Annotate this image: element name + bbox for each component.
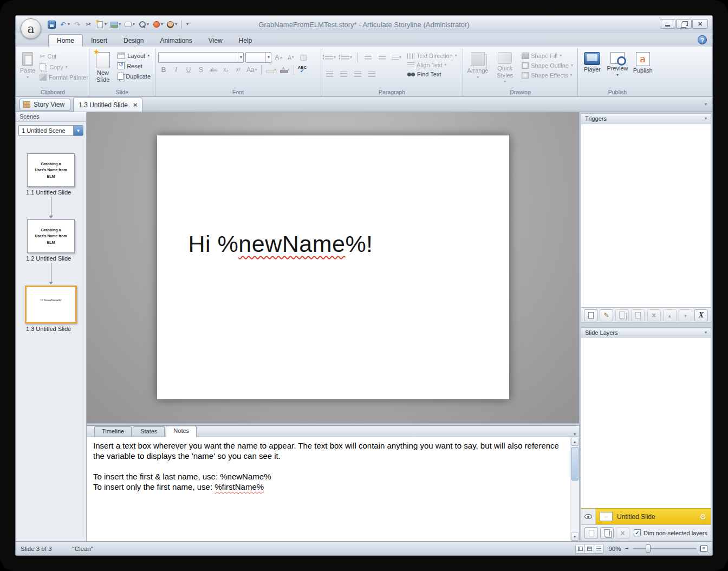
minimize-button[interactable] <box>660 19 675 29</box>
new-trigger-button[interactable] <box>584 309 597 321</box>
tab-states[interactable]: States <box>133 426 165 437</box>
insert-caption-button[interactable] <box>123 20 135 30</box>
save-button[interactable] <box>47 20 56 30</box>
move-trigger-up-button[interactable] <box>663 309 677 321</box>
preview-button[interactable]: Preview <box>606 50 629 88</box>
shape-effects-button[interactable]: Shape Effects <box>520 72 575 79</box>
slide[interactable]: Hi %newName%! <box>157 135 509 399</box>
spelling-button[interactable]: ABC <box>297 64 308 75</box>
slide-thumbnail-1-1[interactable]: Grabbing a User's Name from ELM <box>27 153 75 187</box>
story-view-button[interactable]: Story View <box>20 99 70 111</box>
move-trigger-down-button[interactable] <box>679 309 692 321</box>
redo-button[interactable] <box>73 20 82 30</box>
delete-layer-button[interactable] <box>616 527 629 539</box>
restore-button[interactable] <box>676 19 692 29</box>
format-painter-button[interactable]: Format Painter <box>38 73 90 81</box>
layout-button[interactable]: Layout <box>116 52 152 60</box>
new-slide-button[interactable]: New Slide <box>92 50 114 88</box>
align-text-button[interactable]: Align Text <box>406 61 459 69</box>
paste-button[interactable]: Paste <box>20 50 36 88</box>
help-icon[interactable] <box>698 35 707 44</box>
notes-scrollbar[interactable]: ▲ ▼ <box>570 437 579 541</box>
panel-collapse-button[interactable] <box>574 428 576 438</box>
shadow-button[interactable]: S <box>196 64 206 75</box>
cut-quick-button[interactable] <box>84 20 93 30</box>
tab-design[interactable]: Design <box>115 35 152 47</box>
reading-view-toggle[interactable] <box>594 544 603 553</box>
scene-select[interactable]: 1 Untitled Scene <box>18 125 83 136</box>
story-view-toggle[interactable] <box>576 544 585 553</box>
align-center-button[interactable] <box>338 69 349 79</box>
bold-button[interactable]: B <box>158 64 169 75</box>
subscript-button[interactable]: x₂ <box>220 64 231 75</box>
highlight-color-button[interactable] <box>264 64 277 75</box>
publish-button[interactable]: a Publish <box>631 50 654 88</box>
scene-dropdown-icon[interactable] <box>73 126 83 135</box>
zoom-slider-handle[interactable] <box>646 544 651 553</box>
underline-button[interactable]: U <box>183 64 194 75</box>
insert-picture-button[interactable] <box>109 20 121 30</box>
duplicate-button[interactable]: Duplicate <box>116 72 152 80</box>
find-text-button[interactable]: Find Text <box>406 70 459 78</box>
cut-button[interactable]: Cut <box>38 52 90 61</box>
scroll-down-icon[interactable]: ▼ <box>571 533 579 541</box>
tab-insert[interactable]: Insert <box>83 35 115 47</box>
increase-indent-button[interactable] <box>376 52 387 62</box>
align-left-button[interactable] <box>324 69 335 79</box>
undo-button[interactable] <box>58 20 70 30</box>
base-layer-row-selected[interactable]: -- Untitled Slide <box>581 508 711 524</box>
superscript-button[interactable]: x² <box>233 64 244 75</box>
slide-thumbnail-1-2[interactable]: Grabbing a User's Name from ELM <box>27 219 75 253</box>
shape-outline-button[interactable]: Shape Outline <box>520 62 575 69</box>
scroll-up-icon[interactable]: ▲ <box>571 438 579 446</box>
align-right-button[interactable] <box>352 69 363 79</box>
duplicate-layer-button[interactable] <box>600 527 614 539</box>
dim-layers-checkbox-group[interactable]: Dim non-selected layers <box>634 529 707 536</box>
slide-layers-header[interactable]: Slide Layers <box>581 327 711 338</box>
slide-layers-list[interactable]: -- Untitled Slide <box>581 338 711 525</box>
tab-notes[interactable]: Notes <box>166 426 197 437</box>
text-direction-button[interactable]: Text Direction <box>406 52 459 60</box>
strikethrough-button[interactable]: abc <box>208 64 219 75</box>
notes-content[interactable]: Insert a text box wherever you want the … <box>87 437 570 541</box>
close-tab-icon[interactable] <box>133 101 138 109</box>
copy-button[interactable]: Copy <box>38 63 90 71</box>
zoom-slider[interactable] <box>633 548 697 549</box>
insert-character-button[interactable] <box>166 20 178 30</box>
font-color-button[interactable]: A <box>279 64 291 75</box>
fit-to-window-icon[interactable] <box>700 546 707 551</box>
app-logo-icon[interactable]: a <box>21 18 41 39</box>
numbering-button[interactable] <box>340 52 353 62</box>
triggers-list[interactable] <box>581 124 711 308</box>
quick-styles-button[interactable]: Quick Styles <box>492 50 518 88</box>
manage-variables-button[interactable]: X <box>694 309 708 321</box>
new-layer-button[interactable] <box>584 527 598 539</box>
slide-tab-active[interactable]: 1.3 Untitled Slide <box>73 98 142 112</box>
slide-text-box[interactable]: Hi %newName%! <box>188 231 373 257</box>
tab-help[interactable]: Help <box>231 35 261 47</box>
layer-gear-icon[interactable] <box>699 512 706 521</box>
clear-formatting-button[interactable] <box>298 53 309 63</box>
font-size-combo[interactable] <box>245 52 271 63</box>
tab-list-dropdown[interactable] <box>701 100 710 109</box>
font-family-combo[interactable] <box>158 52 244 63</box>
reset-button[interactable]: Reset <box>116 62 152 70</box>
arrange-button[interactable]: Arrange <box>466 50 490 88</box>
tab-home[interactable]: Home <box>48 34 83 47</box>
player-button[interactable]: Player <box>581 50 604 88</box>
tab-view[interactable]: View <box>200 35 231 47</box>
justify-button[interactable] <box>366 69 377 79</box>
zoom-out-icon[interactable]: − <box>625 544 629 553</box>
italic-button[interactable]: I <box>171 64 181 75</box>
change-case-button[interactable]: Aa <box>245 64 258 75</box>
paste-trigger-button[interactable] <box>631 309 645 321</box>
normal-view-toggle[interactable] <box>585 544 594 553</box>
slide-thumbnail-1-3-selected[interactable]: Hi %newName%! <box>25 286 77 323</box>
zoom-region-button[interactable] <box>138 20 150 30</box>
tab-animations[interactable]: Animations <box>152 35 200 47</box>
layer-visibility-cell[interactable] <box>581 509 596 524</box>
tab-timeline[interactable]: Timeline <box>94 426 132 437</box>
copy-trigger-button[interactable] <box>615 309 629 321</box>
grow-font-button[interactable]: A <box>273 53 284 63</box>
customize-toolbar-button[interactable] <box>186 20 189 30</box>
